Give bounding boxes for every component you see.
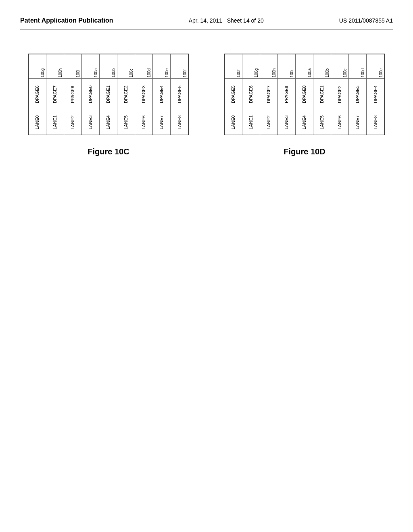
cell-page: DPAGE0 [82, 78, 99, 110]
figure-10d-table: 100fDPAGE5LANE0100gDPAGE6LANE1100hDPAGE7… [224, 54, 385, 135]
diagram-col: 100iPPAGE8LANE3 [278, 54, 296, 135]
cell-lane: LANE6 [331, 110, 348, 135]
cell-id: 100c [331, 54, 348, 78]
cell-lane: LANE1 [46, 110, 64, 135]
diagram-col: 100fDPAGE5LANE8 [171, 54, 188, 135]
diagram-col: 100dDPAGE3LANE7 [349, 54, 367, 135]
cell-page: DPAGE2 [117, 78, 135, 110]
cell-id: 100f [225, 54, 242, 78]
cell-lane: LANE7 [153, 110, 170, 135]
diagram-col: 100gDPAGE6LANE1 [242, 54, 260, 135]
diagram-col: 100dDPAGE3LANE6 [135, 54, 153, 135]
cell-lane: LANE5 [117, 110, 135, 135]
diagram-col: 100aDPAGE0LANE3 [82, 54, 100, 135]
cell-lane: LANE8 [171, 110, 188, 135]
cell-id: 100h [260, 54, 277, 78]
page: Patent Application Publication Apr. 14, … [0, 0, 413, 532]
diagram-col: 100iPPAGE8LANE2 [64, 54, 82, 135]
diagram-col: 100hDPAGE7LANE2 [260, 54, 278, 135]
cell-lane: LANE4 [296, 110, 313, 135]
cell-page: DPAGE1 [100, 78, 117, 110]
cell-page: DPAGE7 [260, 78, 277, 110]
cell-id: 100i [278, 54, 295, 78]
cell-page: DPAGE2 [331, 78, 348, 110]
cell-id: 100c [117, 54, 135, 78]
cell-lane: LANE2 [260, 110, 277, 135]
diagram-col: 100aDPAGE0LANE4 [296, 54, 313, 135]
cell-lane: LANE0 [29, 110, 46, 135]
figure-10c-block: 100gDPAGE6LANE0100hDPAGE7LANE1100iPPAGE8… [28, 54, 189, 156]
diagram-col: 100gDPAGE6LANE0 [29, 54, 46, 135]
cell-page: DPAGE3 [349, 78, 366, 110]
cell-page: DPAGE6 [29, 78, 46, 110]
diagram-col: 100cDPAGE2LANE6 [331, 54, 349, 135]
header-patent-number: US 2011/0087855 A1 [339, 16, 393, 25]
cell-id: 100i [64, 54, 81, 78]
diagram-col: 100eDPAGE4LANE7 [153, 54, 171, 135]
diagram-col: 100cDPAGE2LANE5 [117, 54, 135, 135]
cell-page: DPAGE6 [242, 78, 260, 110]
cell-id: 100b [313, 54, 331, 78]
main-content: 100gDPAGE6LANE0100hDPAGE7LANE1100iPPAGE8… [20, 54, 393, 156]
figure-10c-label: Figure 10C [88, 147, 129, 156]
cell-page: PPAGE8 [64, 78, 81, 110]
cell-lane: LANE0 [225, 110, 242, 135]
cell-page: DPAGE1 [313, 78, 331, 110]
cell-lane: LANE3 [278, 110, 295, 135]
cell-id: 100h [46, 54, 64, 78]
cell-page: DPAGE4 [367, 78, 384, 110]
cell-page: DPAGE3 [135, 78, 152, 110]
cell-lane: LANE5 [313, 110, 331, 135]
cell-page: DPAGE0 [296, 78, 313, 110]
diagram-col: 100eDPAGE4LANE8 [367, 54, 384, 135]
cell-id: 100e [153, 54, 170, 78]
cell-page: DPAGE4 [153, 78, 170, 110]
figure-10d-block: 100fDPAGE5LANE0100gDPAGE6LANE1100hDPAGE7… [224, 54, 385, 156]
cell-page: PPAGE8 [278, 78, 295, 110]
cell-lane: LANE1 [242, 110, 260, 135]
cell-page: DPAGE5 [225, 78, 242, 110]
cell-id: 100g [29, 54, 46, 78]
figure-10d-label: Figure 10D [284, 147, 325, 156]
cell-id: 100e [367, 54, 384, 78]
cell-id: 100g [242, 54, 260, 78]
cell-lane: LANE3 [82, 110, 99, 135]
cell-id: 100a [82, 54, 99, 78]
diagram-col: 100hDPAGE7LANE1 [46, 54, 64, 135]
cell-lane: LANE8 [367, 110, 384, 135]
figure-10c-table: 100gDPAGE6LANE0100hDPAGE7LANE1100iPPAGE8… [28, 54, 189, 135]
cell-lane: LANE6 [135, 110, 152, 135]
cell-page: DPAGE7 [46, 78, 64, 110]
cell-page: DPAGE5 [171, 78, 188, 110]
cell-id: 100a [296, 54, 313, 78]
cell-lane: LANE7 [349, 110, 366, 135]
cell-id: 100b [100, 54, 117, 78]
cell-id: 100d [349, 54, 366, 78]
diagram-col: 100bDPAGE1LANE5 [313, 54, 331, 135]
header-publication: Patent Application Publication [20, 16, 113, 25]
diagram-col: 100fDPAGE5LANE0 [225, 54, 242, 135]
cell-id: 100d [135, 54, 152, 78]
cell-lane: LANE4 [100, 110, 117, 135]
diagram-col: 100bDPAGE1LANE4 [100, 54, 117, 135]
header: Patent Application Publication Apr. 14, … [20, 16, 393, 29]
cell-lane: LANE2 [64, 110, 81, 135]
header-date-sheet: Apr. 14, 2011 Sheet 14 of 20 [189, 16, 264, 25]
cell-id: 100f [171, 54, 188, 78]
